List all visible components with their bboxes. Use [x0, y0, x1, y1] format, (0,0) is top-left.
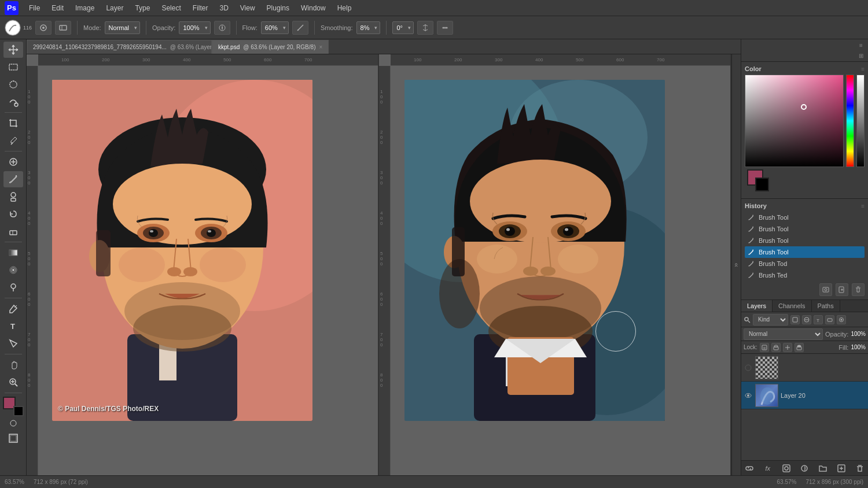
panel-icon-1[interactable]: ≡	[856, 40, 866, 50]
menu-file[interactable]: File	[24, 3, 45, 13]
alpha-slider[interactable]	[856, 75, 865, 167]
symmetry-btn[interactable]	[417, 21, 433, 35]
opacity-jitter-btn[interactable]	[214, 21, 230, 35]
layer-filter-pixel[interactable]	[790, 315, 800, 324]
quick-mask-btn[interactable]	[9, 419, 18, 428]
lock-position[interactable]	[783, 343, 792, 352]
history-delete-btn[interactable]	[852, 283, 865, 296]
right-panel: ≡ ⊞ Color ≡	[741, 39, 868, 475]
tab-left-doc[interactable]: 299240814_110643237989816_77892655950194…	[27, 40, 212, 54]
zoom-tool[interactable]	[3, 374, 23, 390]
history-item-2[interactable]: Brush Tool	[745, 235, 865, 246]
layer-filter-type[interactable]: T	[814, 315, 823, 324]
layer-filter-shape[interactable]	[825, 315, 834, 324]
hue-slider[interactable]	[846, 75, 854, 167]
dodge-tool[interactable]	[3, 279, 23, 295]
color-picker-dot[interactable]	[801, 104, 807, 110]
screen-mode-btn[interactable]	[3, 430, 23, 446]
menu-window[interactable]: Window	[296, 3, 330, 13]
smoothing-dropdown[interactable]: 8%	[356, 21, 381, 34]
menu-help[interactable]: Help	[333, 3, 356, 13]
lasso-tool[interactable]	[3, 76, 23, 93]
type-tool[interactable]: T	[3, 318, 23, 334]
right-panel-collapse[interactable]: ‹‹	[731, 54, 741, 475]
history-item-5[interactable]: Brush Ted	[745, 269, 865, 281]
menu-edit[interactable]: Edit	[47, 3, 68, 13]
history-item-4[interactable]: Brush Tod	[745, 258, 865, 269]
layer-group-btn[interactable]	[817, 463, 829, 474]
layer-item-20[interactable]: Layer 20	[741, 382, 868, 409]
hand-tool[interactable]	[3, 357, 23, 373]
brush-tool-select[interactable]	[35, 21, 52, 35]
background-swatch[interactable]	[755, 178, 769, 191]
lock-transparent-pixels[interactable]	[760, 343, 769, 352]
menu-3d[interactable]: 3D	[215, 3, 233, 13]
blend-mode-dropdown[interactable]: Normal	[744, 328, 823, 340]
history-brush-tool[interactable]	[3, 206, 23, 222]
blur-tool[interactable]	[3, 262, 23, 278]
rectangular-marquee-tool[interactable]	[3, 59, 23, 75]
menu-select[interactable]: Select	[157, 3, 185, 13]
panel-icon-2[interactable]: ⊞	[856, 51, 866, 60]
brush-tool[interactable]	[3, 171, 23, 187]
color-gradient-picker[interactable]	[745, 75, 844, 167]
history-item-1[interactable]: Brush Tool	[745, 223, 865, 235]
eraser-tool[interactable]	[3, 223, 23, 239]
layer-delete-btn[interactable]	[854, 463, 866, 474]
history-new-snapshot-btn[interactable]	[819, 283, 832, 296]
tab-right-doc[interactable]: kkpt.psd @ 63.6% (Layer 20, RGB/8) ×	[212, 40, 329, 54]
tab-paths[interactable]: Paths	[812, 300, 840, 312]
menu-layer[interactable]: Layer	[101, 3, 128, 13]
layer-adjustment-btn[interactable]	[799, 463, 810, 474]
opacity-dropdown[interactable]: 100%	[179, 21, 210, 34]
healing-brush-tool[interactable]	[3, 154, 23, 170]
menu-view[interactable]: View	[236, 3, 260, 13]
gradient-tool[interactable]	[3, 245, 23, 261]
opacity-value[interactable]: 100%	[851, 331, 866, 337]
menu-image[interactable]: Image	[71, 3, 99, 13]
background-color[interactable]	[13, 406, 24, 416]
svg-text:T: T	[816, 318, 819, 323]
history-item-3[interactable]: Brush Tool	[745, 246, 865, 258]
layer-mask-btn[interactable]	[781, 463, 792, 474]
angle-dropdown[interactable]: 0°	[392, 21, 414, 34]
move-tool[interactable]	[3, 42, 23, 58]
history-panel-menu[interactable]: ≡	[861, 203, 865, 209]
history-item-0[interactable]: Brush Tool	[745, 212, 865, 223]
airbrush-btn[interactable]	[292, 21, 308, 35]
color-swatches[interactable]	[3, 397, 24, 416]
color-panel-menu[interactable]: ≡	[861, 66, 865, 72]
layer-filter-adjust[interactable]	[802, 315, 811, 324]
quick-selection-tool[interactable]	[3, 94, 23, 110]
lock-image-pixels[interactable]	[771, 343, 781, 352]
eyedropper-tool[interactable]	[3, 132, 23, 149]
menu-plugins[interactable]: Plugins	[262, 3, 294, 13]
path-selection-tool[interactable]	[3, 335, 23, 352]
history-new-doc-btn[interactable]	[836, 283, 848, 296]
fg-bg-swatches[interactable]	[747, 169, 776, 195]
layer-vis-20[interactable]	[744, 391, 753, 400]
layer-new-btn[interactable]	[836, 463, 847, 474]
lock-all[interactable]	[795, 343, 804, 352]
right-ruler-left: 100 200 300 400 500 600 700 800	[379, 66, 391, 475]
clone-stamp-tool[interactable]	[3, 188, 23, 205]
flow-dropdown[interactable]: 60%	[261, 21, 289, 34]
layer-item-transparent[interactable]	[741, 354, 868, 382]
mode-dropdown[interactable]: Normal	[105, 21, 140, 34]
crop-tool[interactable]	[3, 115, 23, 131]
brush-opacity-toggle[interactable]	[55, 21, 71, 35]
menu-filter[interactable]: Filter	[188, 3, 213, 13]
tab-channels[interactable]: Channels	[773, 300, 811, 312]
right-tab-close[interactable]: ×	[319, 44, 322, 50]
pen-tool[interactable]	[3, 301, 23, 317]
history-item-label-5: Brush Ted	[759, 272, 787, 279]
layer-kind-filter[interactable]: Kind	[753, 314, 788, 326]
layer-filter-smart[interactable]	[837, 315, 846, 324]
layer-vis-transparent[interactable]	[744, 363, 753, 372]
tab-layers[interactable]: Layers	[741, 300, 773, 312]
brush-settings-btn[interactable]	[437, 21, 453, 35]
fill-value[interactable]: 100%	[851, 344, 866, 350]
menu-type[interactable]: Type	[130, 3, 155, 13]
layer-fx-btn[interactable]: fx	[762, 463, 774, 474]
layer-link-btn[interactable]	[744, 463, 755, 474]
